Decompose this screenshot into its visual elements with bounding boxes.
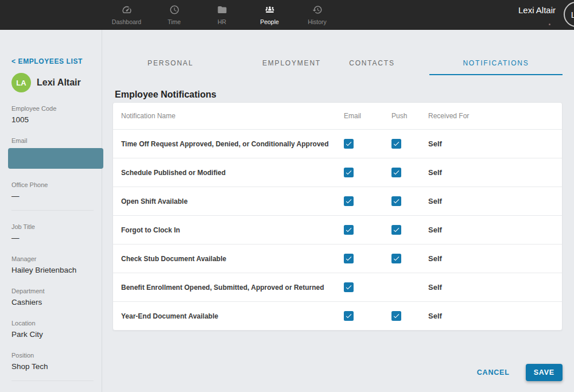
tab-employment[interactable]: EMPLOYMENT	[262, 59, 321, 67]
check-icon	[345, 197, 352, 205]
check-icon	[345, 284, 352, 291]
nav-item-history[interactable]: History	[293, 0, 341, 30]
field-position: Position Shop Tech	[11, 352, 94, 371]
notifications-table: Notification Name Email Push Received Fo…	[113, 102, 563, 331]
check-icon	[393, 169, 400, 176]
email-checkbox[interactable]	[344, 225, 354, 235]
notification-name: Benefit Enrollment Opened, Submitted, Ap…	[121, 284, 344, 292]
email-cell	[344, 311, 391, 321]
active-tab-underline	[429, 74, 563, 75]
sidebar-divider	[11, 210, 94, 211]
received-for-value: Self	[428, 168, 562, 177]
main-content: PERSONAL EMPLOYMENT CONTACTS NOTIFICATIO…	[102, 30, 574, 392]
field-label: Position	[11, 352, 94, 359]
check-icon	[345, 255, 352, 262]
nav-item-label: Dashboard	[112, 19, 141, 25]
email-checkbox[interactable]	[344, 311, 354, 321]
clock-icon	[169, 5, 180, 17]
email-cell	[344, 196, 391, 206]
nav-items: Dashboard Time HR People History	[103, 0, 341, 30]
email-checkbox[interactable]	[344, 196, 354, 206]
field-label: Email	[11, 137, 94, 145]
field-label: Department	[11, 288, 94, 295]
field-manager: Manager Hailey Brietenbach	[11, 255, 94, 275]
user-avatar[interactable]: LA	[564, 2, 574, 27]
tab-contacts[interactable]: CONTACTS	[349, 59, 395, 67]
notification-name: Check Stub Document Available	[121, 255, 344, 263]
nav-item-time[interactable]: Time	[150, 0, 198, 30]
nav-item-dashboard[interactable]: Dashboard	[103, 0, 150, 30]
table-row: Open Shift Available Self	[113, 187, 562, 215]
email-checkbox[interactable]	[344, 139, 354, 149]
field-label: Manager	[11, 255, 94, 263]
back-to-employees-link[interactable]: < EMPLOYEES LIST	[11, 57, 94, 65]
nav-item-label: People	[260, 19, 279, 25]
email-checkbox[interactable]	[344, 168, 354, 177]
user-name[interactable]: Lexi Altair	[518, 5, 556, 15]
received-for-value: Self	[428, 312, 562, 320]
employee-profile: LA Lexi Altair	[11, 73, 94, 92]
push-cell	[391, 254, 428, 263]
push-cell	[391, 311, 428, 321]
check-icon	[393, 226, 400, 234]
column-header-email: Email	[344, 112, 391, 120]
field-job-title: Job Title —	[11, 223, 94, 243]
table-row: Check Stub Document Available Self	[113, 244, 562, 273]
push-checkbox[interactable]	[391, 225, 401, 235]
table-row: Schedule Published or Modified Self	[113, 158, 562, 187]
notification-name: Forgot to Clock In	[121, 226, 344, 234]
push-cell	[391, 196, 428, 206]
form-actions: CANCEL SAVE	[477, 364, 563, 381]
nav-item-hr[interactable]: HR	[198, 0, 246, 30]
push-checkbox[interactable]	[391, 254, 401, 263]
push-cell	[391, 139, 428, 149]
notification-name: Open Shift Available	[121, 197, 344, 205]
folder-icon	[217, 5, 227, 17]
employee-sidebar: < EMPLOYEES LIST LA Lexi Altair Employee…	[0, 30, 102, 392]
push-checkbox[interactable]	[391, 196, 401, 206]
nav-item-label: Time	[168, 19, 181, 25]
received-for-value: Self	[428, 254, 562, 263]
cancel-button[interactable]: CANCEL	[477, 368, 510, 377]
dashboard-icon	[122, 5, 132, 17]
push-checkbox[interactable]	[391, 139, 401, 149]
email-checkbox[interactable]	[344, 282, 354, 292]
history-icon	[312, 5, 323, 17]
check-icon	[345, 140, 352, 148]
employee-name: Lexi Altair	[37, 77, 81, 88]
field-value: —	[11, 191, 94, 201]
tab-personal[interactable]: PERSONAL	[148, 59, 193, 67]
check-icon	[345, 169, 352, 176]
email-cell	[344, 254, 391, 263]
nav-item-people[interactable]: People	[246, 0, 293, 30]
field-value: Hailey Brietenbach	[11, 265, 94, 275]
field-value: Park City	[11, 329, 94, 339]
push-checkbox[interactable]	[391, 168, 401, 177]
check-icon	[345, 312, 352, 320]
menu-dot	[549, 24, 550, 25]
check-icon	[393, 197, 400, 205]
field-value: 1005	[11, 115, 94, 125]
page-title: Employee Notifications	[115, 90, 216, 100]
save-button[interactable]: SAVE	[526, 364, 563, 381]
table-row: Benefit Enrollment Opened, Submitted, Ap…	[113, 273, 562, 301]
received-for-value: Self	[428, 226, 562, 234]
tab-notifications[interactable]: NOTIFICATIONS	[463, 59, 529, 67]
email-checkbox[interactable]	[344, 254, 354, 263]
people-icon	[265, 5, 275, 17]
app-window: Dashboard Time HR People History Lexi Al…	[0, 0, 574, 392]
tab-bar: PERSONAL EMPLOYMENT CONTACTS NOTIFICATIO…	[113, 55, 563, 75]
table-row: Forgot to Clock In Self	[113, 215, 562, 244]
field-department: Department Cashiers	[11, 288, 94, 307]
email-cell	[344, 282, 391, 292]
column-header-push: Push	[391, 112, 428, 120]
field-email: Email	[11, 137, 94, 169]
notifications-table-body: Time Off Request Approved, Denied, or Co…	[113, 129, 562, 330]
check-icon	[345, 226, 352, 234]
nav-item-label: History	[308, 19, 327, 25]
check-icon	[393, 312, 400, 320]
push-checkbox[interactable]	[391, 311, 401, 321]
notification-name: Schedule Published or Modified	[121, 169, 344, 177]
email-cell	[344, 168, 391, 177]
check-icon	[393, 255, 400, 262]
